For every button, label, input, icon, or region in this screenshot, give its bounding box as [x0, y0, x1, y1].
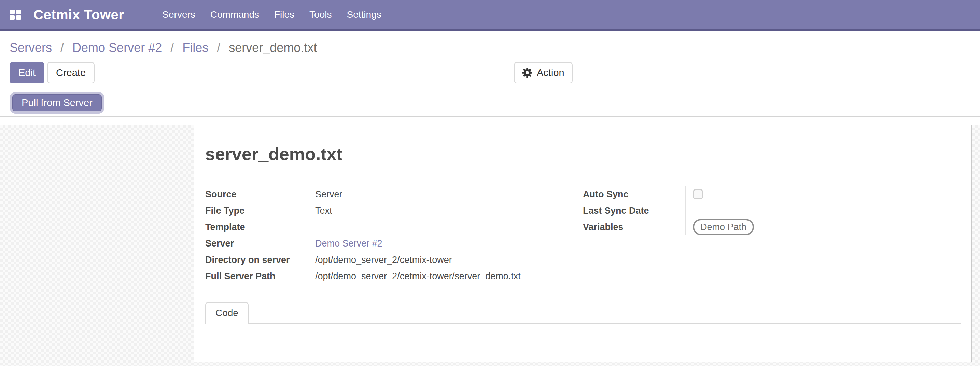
gear-icon	[522, 68, 532, 78]
field-groups: Source Server File Type Text Template Se…	[205, 186, 961, 285]
apps-grid-icon	[10, 10, 21, 20]
edit-button[interactable]: Edit	[10, 62, 45, 83]
top-navbar: Cetmix Tower Servers Commands Files Tool…	[0, 0, 980, 31]
left-field-group: Source Server File Type Text Template Se…	[205, 186, 583, 285]
control-panel-buttons: Edit Create Acti	[10, 62, 970, 83]
notebook: Code	[205, 302, 961, 361]
breadcrumb-files[interactable]: Files	[182, 41, 208, 55]
auto-sync-checkbox[interactable]	[693, 189, 703, 199]
control-panel: Servers / Demo Server #2 / Files / serve…	[0, 31, 980, 89]
field-value-template	[308, 219, 583, 235]
field-row-file-type: File Type Text	[205, 202, 583, 219]
field-row-variables: Variables Demo Path	[583, 219, 961, 235]
field-label-template: Template	[205, 221, 308, 233]
create-button[interactable]: Create	[47, 62, 95, 83]
menu-tools[interactable]: Tools	[309, 9, 332, 20]
notebook-tabs: Code	[205, 302, 961, 324]
field-value-file-type: Text	[308, 202, 583, 219]
field-label-last-sync-date: Last Sync Date	[583, 205, 685, 216]
field-row-template: Template	[205, 219, 583, 235]
breadcrumb-separator: /	[60, 41, 64, 55]
field-label-source: Source	[205, 188, 308, 200]
record-title: server_demo.txt	[205, 144, 961, 164]
variable-tag: Demo Path	[693, 219, 754, 235]
field-row-last-sync-date: Last Sync Date	[583, 202, 961, 219]
field-value-variables: Demo Path	[685, 219, 961, 235]
app-window: Cetmix Tower Servers Commands Files Tool…	[0, 0, 980, 366]
menu-commands[interactable]: Commands	[210, 9, 259, 20]
form-sheet: server_demo.txt Source Server File Type …	[194, 125, 972, 362]
field-label-directory-on-server: Directory on server	[205, 254, 308, 266]
field-value-server: Demo Server #2	[308, 235, 583, 251]
statusbar: Pull from Server	[0, 89, 980, 117]
field-value-last-sync-date	[685, 202, 961, 219]
apps-menu-button[interactable]	[10, 10, 21, 20]
menu-files[interactable]: Files	[274, 9, 294, 20]
pull-from-server-button[interactable]: Pull from Server	[12, 94, 102, 111]
field-value-auto-sync	[685, 186, 961, 202]
field-label-auto-sync: Auto Sync	[583, 188, 685, 200]
main-menu: Servers Commands Files Tools Settings	[162, 9, 381, 20]
form-background: server_demo.txt Source Server File Type …	[0, 125, 980, 366]
right-field-group: Auto Sync Last Sync Date Variables Demo …	[583, 186, 961, 285]
field-label-variables: Variables	[583, 221, 685, 233]
field-value-source: Server	[308, 186, 583, 202]
app-brand[interactable]: Cetmix Tower	[33, 7, 124, 22]
action-button[interactable]: Action	[514, 62, 573, 83]
field-row-server: Server Demo Server #2	[205, 235, 583, 251]
breadcrumb-separator: /	[170, 41, 174, 55]
menu-settings[interactable]: Settings	[347, 9, 381, 20]
field-row-auto-sync: Auto Sync	[583, 186, 961, 202]
breadcrumb-separator: /	[217, 41, 220, 55]
breadcrumb-servers[interactable]: Servers	[10, 41, 52, 55]
action-menu-wrap: Action	[514, 62, 573, 83]
field-label-file-type: File Type	[205, 205, 308, 216]
breadcrumb-current: server_demo.txt	[229, 41, 317, 55]
server-record-link[interactable]: Demo Server #2	[315, 238, 382, 249]
action-button-label: Action	[537, 67, 565, 78]
breadcrumb-demo-server-2[interactable]: Demo Server #2	[72, 41, 162, 55]
tab-code[interactable]: Code	[205, 302, 248, 324]
field-row-full-server-path: Full Server Path /opt/demo_server_2/cetm…	[205, 268, 583, 285]
field-row-directory-on-server: Directory on server /opt/demo_server_2/c…	[205, 251, 583, 268]
menu-servers[interactable]: Servers	[162, 9, 195, 20]
field-value-directory-on-server: /opt/demo_server_2/cetmix-tower	[308, 251, 583, 268]
field-value-full-server-path: /opt/demo_server_2/cetmix-tower/server_d…	[308, 268, 583, 285]
field-row-source: Source Server	[205, 186, 583, 202]
tab-code-content	[205, 324, 961, 361]
field-label-server: Server	[205, 238, 308, 249]
field-label-full-server-path: Full Server Path	[205, 271, 308, 282]
breadcrumb: Servers / Demo Server #2 / Files / serve…	[10, 40, 970, 55]
